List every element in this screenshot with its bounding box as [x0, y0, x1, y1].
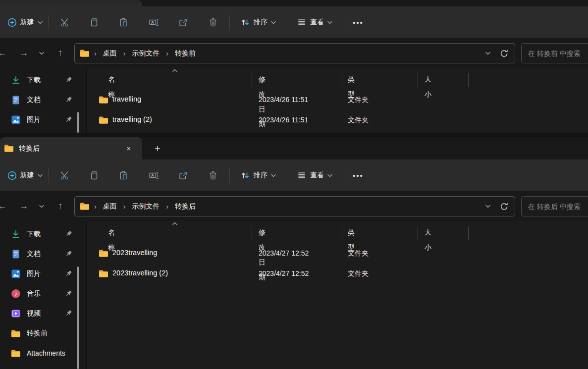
- recent-locations-button[interactable]: [35, 44, 49, 62]
- breadcrumb-sample-files[interactable]: 示例文件: [130, 48, 161, 59]
- search-box: [521, 196, 588, 216]
- folder-icon: [80, 202, 90, 211]
- copy-button[interactable]: [84, 165, 104, 185]
- breadcrumb-desktop[interactable]: 桌面: [101, 48, 119, 59]
- share-button[interactable]: [173, 12, 193, 32]
- up-button[interactable]: ↑: [52, 44, 69, 62]
- breadcrumb-current-folder[interactable]: 转换后: [173, 201, 198, 212]
- more-dots-icon: •••: [353, 18, 364, 27]
- folder-icon: [11, 329, 21, 338]
- view-button[interactable]: 查看: [290, 165, 339, 185]
- delete-button[interactable]: [203, 165, 223, 185]
- file-row[interactable]: travelling (2) 2023/4/26 11:51 文件夹: [87, 110, 588, 131]
- folder-icon: [4, 144, 14, 153]
- back-button[interactable]: ←: [0, 44, 11, 62]
- tab-converted[interactable]: 转换后 ×: [0, 137, 142, 159]
- pin-icon: [65, 96, 72, 104]
- breadcrumb-current-folder[interactable]: 转换前: [173, 48, 198, 59]
- tab-close-button[interactable]: ×: [122, 142, 135, 155]
- close-icon: ×: [127, 144, 131, 153]
- scissors-icon: [59, 17, 70, 28]
- sidebar-item-label: Attachments: [27, 349, 65, 357]
- up-arrow-icon: ↑: [58, 48, 63, 58]
- breadcrumb-sample-files[interactable]: 示例文件: [130, 201, 161, 212]
- cut-button[interactable]: [54, 165, 74, 185]
- address-row: ← → ↑ › 桌面 › 示例文件 › 转换后: [0, 191, 588, 221]
- folder-icon: [99, 249, 108, 258]
- back-button[interactable]: ←: [0, 197, 11, 215]
- copy-icon: [89, 17, 100, 28]
- refresh-button[interactable]: [498, 48, 510, 59]
- desktop-screen: 新建: [0, 0, 588, 369]
- file-name: travelling (2): [112, 115, 152, 123]
- share-icon: [178, 170, 189, 181]
- sidebar-item-label: 图片: [27, 115, 41, 124]
- cut-button[interactable]: [54, 12, 74, 32]
- column-separator: [342, 226, 342, 240]
- file-row[interactable]: travelling 2023/4/26 11:51 文件夹: [87, 90, 588, 110]
- column-separator: [468, 73, 469, 87]
- paste-button[interactable]: [114, 165, 134, 185]
- plus-icon: +: [155, 143, 160, 154]
- more-dots-icon: •••: [353, 171, 364, 180]
- content-area: 下载 文档 图片 ♪ 音乐: [0, 221, 588, 369]
- column-separator: [252, 226, 252, 240]
- address-bar[interactable]: › 桌面 › 示例文件 › 转换后: [74, 196, 515, 216]
- address-bar[interactable]: › 桌面 › 示例文件 › 转换前: [74, 43, 515, 63]
- videos-icon: [11, 309, 21, 318]
- sidebar-item-attachments[interactable]: Attachments: [4, 344, 75, 363]
- up-button[interactable]: ↑: [52, 197, 69, 215]
- recent-locations-button[interactable]: [35, 197, 49, 215]
- more-options-button[interactable]: •••: [348, 12, 369, 32]
- up-arrow-icon: ↑: [58, 201, 63, 211]
- chevron-down-icon: [485, 205, 490, 208]
- column-separator: [252, 73, 252, 87]
- delete-button[interactable]: [203, 12, 223, 32]
- tab-bar: 转换后 × +: [0, 137, 588, 159]
- file-type: 文件夹: [348, 269, 369, 278]
- copy-button[interactable]: [84, 12, 104, 32]
- new-tab-button[interactable]: +: [149, 141, 166, 156]
- paste-button[interactable]: [114, 12, 134, 32]
- sidebar-item-before-folder[interactable]: 转换前: [4, 324, 75, 343]
- downloads-icon: [11, 75, 21, 85]
- sort-button[interactable]: 排序: [234, 12, 282, 32]
- pictures-icon: [11, 115, 21, 125]
- breadcrumb-desktop[interactable]: 桌面: [101, 201, 119, 212]
- refresh-button[interactable]: [498, 201, 510, 212]
- more-options-button[interactable]: •••: [348, 165, 369, 185]
- new-button[interactable]: 新建: [2, 165, 48, 185]
- chevron-down-icon: [39, 205, 44, 208]
- toolbar-divider: [344, 15, 344, 30]
- search-box: [521, 43, 588, 63]
- navigation-pane: 下载 文档 图片: [0, 68, 86, 133]
- sort-button[interactable]: 排序: [234, 165, 282, 185]
- sidebar-item-label: 转换前: [27, 329, 48, 338]
- plus-circle-icon: [7, 18, 17, 27]
- sidebar-scrollbar[interactable]: [77, 266, 79, 369]
- share-button[interactable]: [173, 165, 193, 185]
- file-row[interactable]: 2023travelling (2) 2023/4/27 12:52 文件夹: [87, 264, 588, 284]
- view-button[interactable]: 查看: [290, 12, 339, 32]
- file-row[interactable]: 2023travelling 2023/4/27 12:52 文件夹: [87, 244, 588, 264]
- rename-button[interactable]: [144, 12, 163, 32]
- paste-icon: [118, 170, 129, 181]
- refresh-icon: [499, 202, 509, 211]
- column-separator: [418, 73, 418, 87]
- forward-button[interactable]: →: [15, 44, 33, 62]
- sidebar-scrollbar[interactable]: [77, 112, 79, 133]
- file-name: 2023travelling: [112, 249, 157, 257]
- rename-button[interactable]: [144, 165, 163, 185]
- chevron-down-icon: [327, 174, 332, 177]
- rename-icon: [148, 170, 159, 181]
- active-tab-partial[interactable]: [0, 0, 142, 6]
- file-list: 名称 修改日期 类型 大小 travelling 2023/4/26 11:51…: [87, 68, 588, 133]
- chevron-down-icon: [38, 21, 43, 24]
- forward-button[interactable]: →: [15, 197, 33, 215]
- new-button[interactable]: 新建: [2, 12, 48, 32]
- address-dropdown-button[interactable]: [484, 51, 491, 56]
- search-input[interactable]: [522, 197, 588, 216]
- address-dropdown-button[interactable]: [484, 204, 491, 209]
- search-input[interactable]: [522, 44, 588, 63]
- sort-button-label: 排序: [254, 171, 267, 180]
